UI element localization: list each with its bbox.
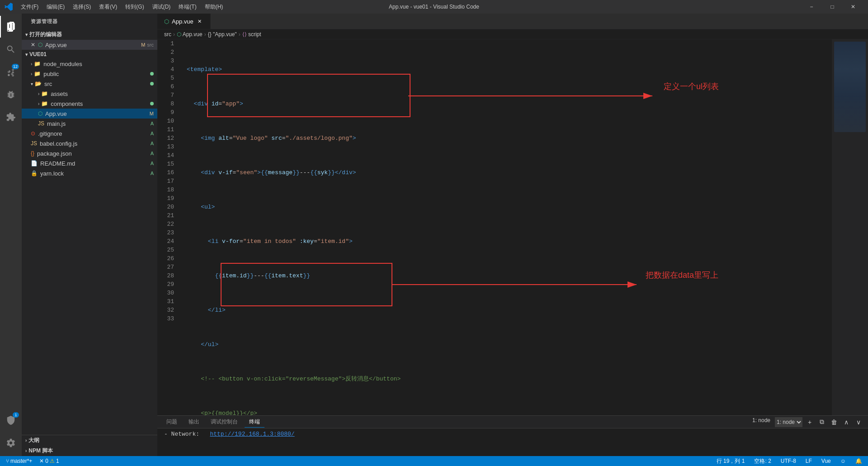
open-editors-header[interactable]: ▾ 打开的编辑器 xyxy=(22,29,157,40)
title-bar: 文件(F) 编辑(E) 选择(S) 查看(V) 转到(G) 调试(D) 终端(T… xyxy=(0,0,868,14)
tree-item-gitignore[interactable]: ⊙ .gitignore A xyxy=(22,128,157,138)
code-editor[interactable]: 1 2 3 4 5 6 7 8 9 10 11 12 13 14 15 16 1… xyxy=(157,39,868,415)
code-line-5: <ul> xyxy=(187,203,832,211)
terminal-chevron-up-button[interactable]: ∧ xyxy=(841,417,851,427)
tab-label: App.vue xyxy=(172,18,193,25)
terminal-network-link[interactable]: http://192.168.1.3:8080/ xyxy=(210,431,294,437)
sidebar-header: 资源管理器 xyxy=(22,14,157,29)
status-smiley[interactable]: ☺ xyxy=(839,458,847,464)
breadcrumb: src › ⬡ App.vue › {} "App.vue" › ⟨⟩ scri… xyxy=(157,29,868,39)
code-line-2: <div id="app"> xyxy=(187,100,832,108)
chevron-down-icon: ▾ xyxy=(25,32,28,37)
activity-bar-bottom: 1 xyxy=(0,409,22,456)
tab-appvue[interactable]: ⬡ App.vue ✕ xyxy=(157,14,211,29)
tree-item-readme[interactable]: 📄 README.md A xyxy=(22,158,157,168)
json-file-icon: {} xyxy=(31,150,34,157)
menu-terminal[interactable]: 终端(T) xyxy=(175,2,200,12)
tree-label: public xyxy=(43,71,150,77)
breadcrumb-appvue[interactable]: ⬡ App.vue xyxy=(177,31,203,38)
tree-item-src[interactable]: ▾ 📂 src xyxy=(22,79,157,89)
terminal-tab-debug[interactable]: 调试控制台 xyxy=(206,417,242,427)
status-git-branch[interactable]: ⑂ master*+ xyxy=(5,458,33,464)
tree-item-babel[interactable]: JS babel.config.js A xyxy=(22,138,157,148)
tree-item-package[interactable]: {} package.json A xyxy=(22,148,157,158)
terminal-tab-problems[interactable]: 问题 xyxy=(162,417,182,427)
code-line-9: </ul> xyxy=(187,340,832,349)
tab-close-button[interactable]: ✕ xyxy=(196,18,203,25)
activity-search[interactable] xyxy=(0,38,22,60)
terminal-split-button[interactable]: ⧉ xyxy=(817,417,827,427)
npm-header[interactable]: › NPM 脚本 xyxy=(22,446,157,456)
tab-bar: ⬡ App.vue ✕ xyxy=(157,14,868,29)
open-editor-filename: App.vue xyxy=(45,42,139,48)
chevron-down-icon3: ▾ xyxy=(31,81,33,86)
js-file-icon: JS xyxy=(31,140,37,147)
activity-git[interactable]: 12 xyxy=(0,61,22,83)
code-line-3: <img alt="Vue logo" src="./assets/logo.p… xyxy=(187,134,832,143)
tree-badge: A xyxy=(151,171,154,176)
tree-label: App.vue xyxy=(45,110,148,117)
terminal-select[interactable]: 1: node xyxy=(775,417,802,427)
window-title: App.vue - vue01 - Visual Studio Code xyxy=(389,4,479,10)
menu-help[interactable]: 帮助(H) xyxy=(201,2,227,12)
tree-item-appvue[interactable]: ⬡ App.vue M xyxy=(22,109,157,119)
menu-edit[interactable]: 编辑(E) xyxy=(43,2,68,12)
breadcrumb-src[interactable]: src xyxy=(164,31,171,38)
tree-badge: A xyxy=(151,121,154,126)
project-file-tree: › 📁 node_modules › 📁 public ▾ 📂 src xyxy=(22,59,157,178)
terminal-text-prefix: - Network: xyxy=(164,431,207,437)
menu-file[interactable]: 文件(F) xyxy=(17,2,42,12)
status-line-ending[interactable]: LF xyxy=(804,458,813,464)
activity-extensions[interactable] xyxy=(0,106,22,128)
activity-bar: 12 1 xyxy=(0,14,22,456)
outline-header[interactable]: › 大纲 xyxy=(22,435,157,446)
status-language[interactable]: Vue xyxy=(820,458,832,464)
tree-item-node-modules[interactable]: › 📁 node_modules xyxy=(22,59,157,69)
outline-badge: 1 xyxy=(13,412,19,418)
status-spaces[interactable]: 空格: 2 xyxy=(753,457,772,465)
code-content[interactable]: <template> <div id="app"> <img alt="Vue … xyxy=(182,39,832,415)
minimize-button[interactable]: − xyxy=(801,0,822,14)
activity-explorer[interactable] xyxy=(0,16,22,38)
tree-item-mainjs[interactable]: JS main.js A xyxy=(22,119,157,128)
project-section: ▾ VUE01 › 📁 node_modules › 📁 public xyxy=(22,50,157,178)
title-bar-menu[interactable]: 文件(F) 编辑(E) 选择(S) 查看(V) 转到(G) 调试(D) 终端(T… xyxy=(17,2,226,12)
close-button[interactable]: ✕ xyxy=(843,0,863,14)
activity-outline[interactable]: 1 xyxy=(0,409,22,431)
menu-goto[interactable]: 转到(G) xyxy=(122,2,147,12)
project-header[interactable]: ▾ VUE01 xyxy=(22,50,157,59)
activity-debug[interactable] xyxy=(0,84,22,105)
open-editor-item-appvue[interactable]: ✕ ⬡ App.vue M src xyxy=(22,40,157,50)
status-encoding-label: UTF-8 xyxy=(781,458,796,464)
project-label: VUE01 xyxy=(29,51,47,57)
tree-label: package.json xyxy=(37,150,149,157)
status-bell[interactable]: 🔔 xyxy=(854,458,863,464)
status-encoding[interactable]: UTF-8 xyxy=(779,458,797,464)
maximize-button[interactable]: □ xyxy=(822,0,843,14)
activity-settings[interactable] xyxy=(0,432,22,454)
tree-item-components[interactable]: › 📁 components xyxy=(22,99,157,109)
menu-select[interactable]: 选择(S) xyxy=(69,2,94,12)
tab-file-icon: ⬡ xyxy=(164,18,169,25)
main-layout: 12 1 资源管理器 xyxy=(0,14,868,456)
menu-view[interactable]: 查看(V) xyxy=(95,2,121,12)
code-line-1: <template> xyxy=(187,65,832,74)
status-position[interactable]: 行 19，列 1 xyxy=(715,457,746,465)
tree-item-yarnlock[interactable]: 🔒 yarn.lock A xyxy=(22,168,157,178)
terminal-tab-terminal[interactable]: 终端 xyxy=(245,417,264,428)
tree-item-public[interactable]: › 📁 public xyxy=(22,69,157,79)
terminal-chevron-down-button[interactable]: ∨ xyxy=(854,417,863,427)
vscode-logo-icon xyxy=(5,3,13,11)
warning-icon: ⚠ xyxy=(50,458,55,464)
script-icon: ⟨⟩ xyxy=(242,31,247,38)
terminal-trash-button[interactable]: 🗑 xyxy=(829,417,839,427)
status-errors[interactable]: ✕ 0 ⚠ 1 xyxy=(38,458,60,464)
js-file-icon: JS xyxy=(38,120,44,127)
breadcrumb-appvue-obj[interactable]: {} "App.vue" xyxy=(208,31,237,38)
tree-item-assets[interactable]: › 📁 assets xyxy=(22,89,157,99)
menu-debug[interactable]: 调试(D) xyxy=(149,2,175,12)
open-editors-section: ▾ 打开的编辑器 ✕ ⬡ App.vue M src xyxy=(22,29,157,50)
breadcrumb-script[interactable]: ⟨⟩ script xyxy=(242,31,261,38)
terminal-add-button[interactable]: + xyxy=(805,417,815,427)
terminal-tab-output[interactable]: 输出 xyxy=(184,417,204,427)
